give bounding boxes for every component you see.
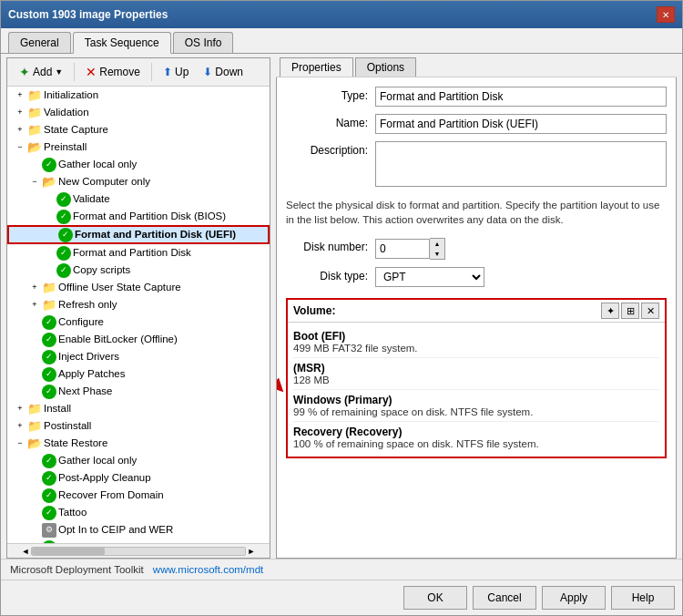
close-button[interactable]: ✕ bbox=[657, 6, 675, 23]
tree-item-initialization[interactable]: + 📁 Initialization bbox=[7, 87, 270, 104]
volume-box: Volume: ✦ ⊞ ✕ Boot (EFI) 499 MB FAT32 fi… bbox=[286, 298, 667, 458]
tree-item-tattoo[interactable]: ✓ Tattoo bbox=[7, 504, 270, 521]
mdt-link[interactable]: www.microsoft.com/mdt bbox=[153, 564, 263, 575]
right-panel: Properties Options Type: Name: bbox=[276, 57, 677, 559]
tree-item-state-capture[interactable]: + 📁 State Capture bbox=[7, 121, 270, 139]
volume-item-windows[interactable]: Windows (Primary) 99 % of remaining spac… bbox=[293, 390, 659, 422]
tree-container: + 📁 Initialization + 📁 Validation bbox=[7, 87, 270, 543]
footer-bar: Microsoft Deployment Toolkit www.microso… bbox=[1, 559, 682, 580]
scroll-left-btn[interactable]: ◄ bbox=[20, 547, 31, 556]
scroll-right-btn[interactable]: ► bbox=[246, 547, 257, 556]
type-input[interactable] bbox=[375, 87, 667, 107]
check-icon: ✓ bbox=[42, 540, 56, 544]
volume-section: Volume: ✦ ⊞ ✕ Boot (EFI) 499 MB FAT32 fi… bbox=[286, 294, 667, 458]
folder-icon: 📁 bbox=[42, 280, 56, 295]
tree-item-recover-domain[interactable]: ✓ Recover From Domain bbox=[7, 487, 270, 504]
volume-close-btn[interactable]: ✕ bbox=[641, 303, 659, 319]
check-icon: ✓ bbox=[42, 454, 56, 468]
tree-item-inject-drivers[interactable]: ✓ Inject Drivers bbox=[7, 348, 270, 365]
tab-properties[interactable]: Properties bbox=[280, 57, 353, 77]
tree-item-gather-local-2[interactable]: ✓ Gather local only bbox=[7, 452, 270, 469]
volume-copy-btn[interactable]: ⊞ bbox=[621, 303, 639, 319]
expand-icon: − bbox=[13, 140, 27, 155]
tree-item-windows-pre[interactable]: ✓ Windows Update (Pre-Application Ins bbox=[7, 539, 270, 543]
folder-icon-open: 📂 bbox=[42, 174, 56, 190]
disk-num-input[interactable] bbox=[375, 239, 430, 259]
tree-item-format-uefi[interactable]: ✓ Format and Partition Disk (UEFI) bbox=[7, 225, 270, 244]
tree-item-next-phase[interactable]: ✓ Next Phase bbox=[7, 383, 270, 400]
volume-star-btn[interactable]: ✦ bbox=[601, 303, 619, 319]
tab-os-info[interactable]: OS Info bbox=[173, 32, 234, 53]
scroll-thumb[interactable] bbox=[32, 548, 105, 555]
down-button[interactable]: ⬇ Down bbox=[197, 63, 250, 81]
title-bar-controls: ✕ bbox=[657, 6, 675, 23]
mdt-info: Microsoft Deployment Toolkit www.microso… bbox=[10, 563, 263, 576]
tree-item-install[interactable]: + 📁 Install bbox=[7, 400, 270, 417]
tree-item-validation[interactable]: + 📁 Validation bbox=[7, 104, 270, 121]
check-icon: ✓ bbox=[42, 333, 56, 347]
disk-type-label: Disk type: bbox=[286, 267, 368, 282]
volume-item-msr[interactable]: (MSR) 128 MB bbox=[293, 358, 659, 390]
cancel-button[interactable]: Cancel bbox=[473, 586, 536, 610]
spinner-down-btn[interactable]: ▼ bbox=[430, 249, 444, 259]
add-icon: ✦ bbox=[19, 65, 30, 79]
spinner-up-btn[interactable]: ▲ bbox=[430, 239, 444, 249]
tree-item-preinstall[interactable]: − 📂 Preinstall bbox=[7, 139, 270, 156]
help-button[interactable]: Help bbox=[611, 586, 675, 610]
disk-type-select[interactable]: GPT MBR bbox=[375, 267, 484, 287]
tree-item-post-apply[interactable]: ✓ Post-Apply Cleanup bbox=[7, 469, 270, 487]
tab-general[interactable]: General bbox=[8, 32, 71, 53]
ok-button[interactable]: OK bbox=[403, 586, 467, 610]
tree-item-copy-scripts[interactable]: ✓ Copy scripts bbox=[7, 262, 270, 279]
tree-item-postinstall[interactable]: + 📁 Postinstall bbox=[7, 417, 270, 435]
tab-bar: General Task Sequence OS Info bbox=[1, 28, 682, 54]
volume-item-boot[interactable]: Boot (EFI) 499 MB FAT32 file system. bbox=[293, 326, 659, 358]
remove-button[interactable]: ✕ Remove bbox=[79, 62, 147, 82]
expand-icon: + bbox=[13, 123, 27, 138]
check-icon: ✓ bbox=[42, 471, 56, 486]
tree-item-state-restore[interactable]: − 📂 State Restore bbox=[7, 435, 270, 452]
tab-task-sequence[interactable]: Task Sequence bbox=[73, 32, 171, 54]
folder-icon: 📁 bbox=[27, 105, 42, 120]
vol-item-title: Windows (Primary) bbox=[293, 394, 659, 406]
check-icon: ✓ bbox=[58, 228, 73, 242]
left-panel: ✦ Add ▼ ✕ Remove ⬆ Up ⬇ Down bbox=[6, 57, 270, 559]
svg-line-1 bbox=[276, 372, 279, 387]
expand-icon: + bbox=[13, 419, 27, 434]
apply-button[interactable]: Apply bbox=[542, 586, 606, 610]
horizontal-scrollbar[interactable]: ◄ ► bbox=[7, 543, 270, 558]
folder-icon: 📁 bbox=[27, 401, 42, 416]
type-row: Type: bbox=[286, 87, 667, 107]
tree-item-validate[interactable]: ✓ Validate bbox=[7, 190, 270, 208]
tree-item-refresh[interactable]: + 📁 Refresh only bbox=[7, 296, 270, 313]
check-icon: ✓ bbox=[42, 367, 56, 382]
tab-options[interactable]: Options bbox=[355, 57, 416, 77]
vol-item-desc: 100 % of remaining space on disk. NTFS f… bbox=[293, 438, 659, 449]
volume-item-recovery[interactable]: Recovery (Recovery) 100 % of remaining s… bbox=[293, 422, 659, 453]
tree-item-gather-local[interactable]: ✓ Gather local only bbox=[7, 156, 270, 173]
type-label: Type: bbox=[286, 87, 368, 102]
tree-item-new-computer[interactable]: − 📂 New Computer only bbox=[7, 173, 270, 190]
name-input[interactable] bbox=[375, 114, 667, 134]
check-icon: ✓ bbox=[56, 192, 71, 207]
folder-icon: 📁 bbox=[27, 122, 42, 138]
vol-item-title: Boot (EFI) bbox=[293, 330, 659, 343]
tree-item-format-partition[interactable]: ✓ Format and Partition Disk bbox=[7, 244, 270, 262]
check-icon: ✓ bbox=[42, 506, 56, 520]
scroll-track[interactable] bbox=[31, 547, 246, 556]
check-icon: ✓ bbox=[42, 158, 56, 172]
tree-item-bitlocker[interactable]: ✓ Enable BitLocker (Offline) bbox=[7, 331, 270, 348]
tree-item-format-bios[interactable]: ✓ Format and Partition Disk (BIOS) bbox=[7, 208, 270, 225]
tree-item-apply-patches[interactable]: ✓ Apply Patches bbox=[7, 365, 270, 383]
folder-icon: 📁 bbox=[27, 87, 42, 103]
tree-item-offline-user[interactable]: + 📁 Offline User State Capture bbox=[7, 279, 270, 296]
tree-item-configure[interactable]: ✓ Configure bbox=[7, 313, 270, 331]
expand-icon: + bbox=[13, 88, 27, 103]
expand-icon: − bbox=[27, 175, 42, 190]
tree-scroll[interactable]: + 📁 Initialization + 📁 Validation bbox=[7, 87, 270, 543]
add-button[interactable]: ✦ Add ▼ bbox=[13, 62, 69, 82]
desc-input[interactable] bbox=[375, 141, 667, 187]
up-button[interactable]: ⬆ Up bbox=[157, 63, 195, 81]
props-tab-bar: Properties Options bbox=[276, 57, 677, 77]
tree-item-opt-in[interactable]: ⚙ Opt In to CEIP and WER bbox=[7, 521, 270, 539]
